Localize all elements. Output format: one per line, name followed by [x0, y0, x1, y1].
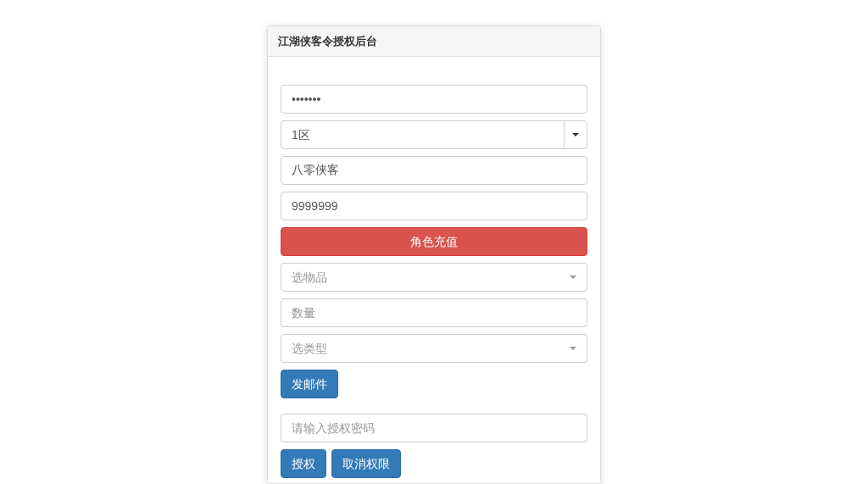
auth-password-input[interactable]: [281, 414, 587, 442]
type-select[interactable]: 选类型: [281, 334, 587, 363]
authorize-button[interactable]: 授权: [281, 449, 326, 478]
amount-input[interactable]: [281, 192, 587, 220]
item-select[interactable]: 选物品: [281, 263, 587, 292]
cancel-authorize-button[interactable]: 取消权限: [331, 449, 401, 478]
type-select-placeholder: 选类型: [292, 342, 327, 355]
item-select-placeholder: 选物品: [292, 270, 327, 284]
chevron-down-icon: [570, 275, 576, 279]
panel-header: 江湖侠客令授权后台: [268, 26, 600, 57]
region-select[interactable]: 1区: [281, 120, 587, 149]
recharge-button[interactable]: 角色充值: [281, 227, 587, 256]
panel-title: 江湖侠客令授权后台: [278, 35, 377, 47]
send-mail-button[interactable]: 发邮件: [281, 370, 338, 398]
admin-panel: 江湖侠客令授权后台 1区 角色充值 选物品 选类型 发邮件 授权 取消权限: [267, 25, 601, 484]
chevron-down-icon: [572, 133, 579, 136]
panel-body: 1区 角色充值 选物品 选类型 发邮件 授权 取消权限: [268, 57, 600, 484]
character-name-input[interactable]: [281, 156, 587, 185]
password-input[interactable]: [281, 85, 587, 114]
region-select-value: 1区: [281, 120, 564, 149]
region-select-toggle[interactable]: [564, 120, 587, 149]
quantity-input[interactable]: [281, 298, 587, 327]
chevron-down-icon: [570, 347, 576, 350]
